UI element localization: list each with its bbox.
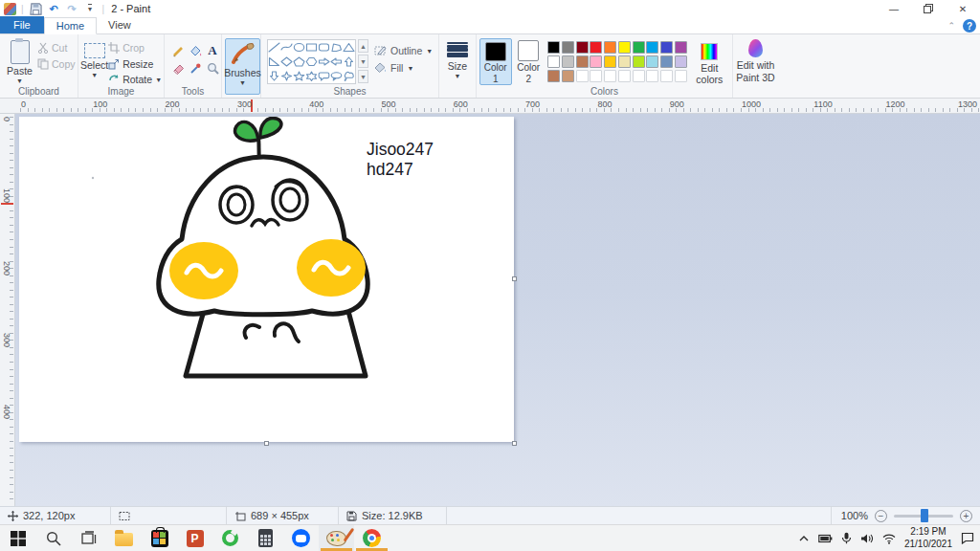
outline-button[interactable]: Outline ▼	[374, 45, 433, 56]
eraser-tool[interactable]	[170, 60, 186, 76]
fill-tool[interactable]	[188, 43, 203, 58]
crop-button[interactable]: Crop	[108, 41, 162, 55]
palette-empty-slot[interactable]	[646, 70, 658, 82]
minimize-button[interactable]: —	[877, 0, 911, 17]
save-button[interactable]	[29, 2, 43, 16]
chrome-button[interactable]	[354, 525, 390, 551]
zoom-in-button[interactable]: +	[960, 510, 972, 522]
shape-triangle[interactable]	[343, 40, 355, 55]
tab-view[interactable]: View	[97, 16, 143, 33]
copy-button[interactable]: Copy	[37, 57, 76, 71]
palette-empty-slot[interactable]	[675, 70, 687, 82]
paste-button[interactable]: Paste ▼	[2, 37, 37, 86]
shape-callout-oval[interactable]	[330, 69, 343, 83]
action-center-icon[interactable]	[961, 532, 974, 544]
task-view-button[interactable]	[71, 525, 106, 551]
microphone-icon[interactable]	[841, 532, 852, 544]
palette-swatch[interactable]	[547, 55, 560, 68]
palette-empty-slot[interactable]	[618, 70, 631, 82]
palette-swatch[interactable]	[604, 55, 616, 68]
palette-swatch[interactable]	[660, 55, 673, 68]
palette-swatch[interactable]	[618, 55, 631, 68]
palette-swatch[interactable]	[633, 55, 645, 68]
shape-rectangle[interactable]	[305, 40, 318, 55]
tab-file[interactable]: File	[0, 16, 44, 33]
palette-swatch[interactable]	[646, 55, 658, 68]
shape-rounded-rectangle[interactable]	[318, 40, 330, 55]
redo-button[interactable]: ↷	[65, 2, 79, 16]
help-button[interactable]: ?	[963, 19, 976, 33]
edit-with-paint3d-button[interactable]: Edit withPaint 3D	[733, 34, 778, 98]
close-button[interactable]: ✕	[946, 0, 980, 17]
taskbar-clock[interactable]: 2:19 PM 21/10/2021	[904, 526, 952, 550]
microsoft-store-button[interactable]	[142, 525, 177, 551]
shape-line[interactable]	[268, 40, 280, 55]
shapes-scroll-down[interactable]: ▼	[358, 55, 368, 68]
palette-swatch[interactable]	[660, 41, 673, 54]
shape-hexagon[interactable]	[305, 55, 318, 69]
brushes-button[interactable]: Brushes ▼	[225, 38, 260, 95]
palette-swatch[interactable]	[562, 70, 574, 82]
palette-swatch[interactable]	[675, 55, 687, 68]
wifi-icon[interactable]	[882, 533, 896, 544]
canvas-resize-handle-right[interactable]	[512, 276, 517, 281]
edit-colors-button[interactable]: Editcolors	[689, 37, 730, 86]
shape-polygon[interactable]	[330, 40, 343, 55]
palette-swatch[interactable]	[576, 41, 589, 54]
palette-empty-slot[interactable]	[590, 70, 602, 82]
battery-icon[interactable]	[818, 533, 833, 544]
palette-empty-slot[interactable]	[633, 70, 645, 82]
pencil-tool[interactable]	[170, 43, 186, 58]
tab-home[interactable]: Home	[44, 17, 97, 34]
taskbar-search-button[interactable]	[35, 525, 71, 551]
shape-diamond[interactable]	[280, 55, 293, 69]
palette-swatch[interactable]	[590, 41, 602, 54]
magnifier-tool[interactable]	[205, 60, 220, 76]
palette-swatch[interactable]	[576, 55, 589, 68]
shape-star-5[interactable]	[293, 69, 305, 83]
green-app-button[interactable]	[212, 525, 248, 551]
palette-swatch[interactable]	[633, 41, 645, 54]
file-explorer-button[interactable]	[106, 525, 142, 551]
palette-empty-slot[interactable]	[660, 70, 673, 82]
canvas-resize-handle-corner[interactable]	[512, 441, 517, 446]
color2-button[interactable]: Color 2	[513, 37, 545, 86]
select-button[interactable]: Select ▼	[80, 37, 108, 86]
palette-swatch[interactable]	[547, 41, 560, 54]
palette-swatch[interactable]	[604, 41, 616, 54]
shape-star-4[interactable]	[280, 69, 293, 83]
shape-arrow-down[interactable]	[268, 69, 280, 83]
show-hidden-icons-chevron[interactable]	[798, 533, 810, 544]
shape-callout-cloud[interactable]	[343, 69, 355, 83]
shapes-more[interactable]: ▼	[358, 70, 368, 83]
text-tool[interactable]: A	[205, 43, 220, 58]
shape-callout-rounded[interactable]	[318, 69, 330, 83]
canvas-resize-handle-bottom[interactable]	[264, 441, 269, 446]
zalo-button[interactable]	[283, 525, 319, 551]
palette-empty-slot[interactable]	[576, 70, 589, 82]
calculator-button[interactable]	[248, 525, 283, 551]
paint-taskbar-button[interactable]	[319, 525, 354, 551]
zoom-slider[interactable]	[894, 515, 953, 518]
rotate-button[interactable]: Rotate ▼	[108, 73, 162, 86]
restore-button[interactable]	[911, 0, 946, 17]
start-button[interactable]	[0, 525, 35, 551]
size-button[interactable]: Size ▼	[441, 37, 474, 96]
color1-button[interactable]: Color 1	[479, 38, 512, 85]
shape-curve[interactable]	[280, 40, 293, 55]
shape-star-6[interactable]	[305, 69, 318, 83]
fill-button[interactable]: Fill ▼	[374, 62, 433, 74]
palette-empty-slot[interactable]	[604, 70, 616, 82]
undo-button[interactable]: ↶	[47, 2, 61, 16]
powerpoint-button[interactable]: P	[177, 525, 212, 551]
shape-ellipse[interactable]	[293, 40, 305, 55]
palette-swatch[interactable]	[562, 41, 574, 54]
cut-button[interactable]: Cut	[37, 41, 76, 55]
zoom-slider-thumb[interactable]	[921, 509, 928, 522]
customize-qat-button[interactable]: ▾	[83, 2, 98, 16]
shape-arrow-up[interactable]	[343, 55, 355, 69]
shape-arrow-left[interactable]	[330, 55, 343, 69]
palette-swatch[interactable]	[646, 41, 658, 54]
palette-swatch[interactable]	[590, 55, 602, 68]
shape-right-triangle[interactable]	[268, 55, 280, 69]
